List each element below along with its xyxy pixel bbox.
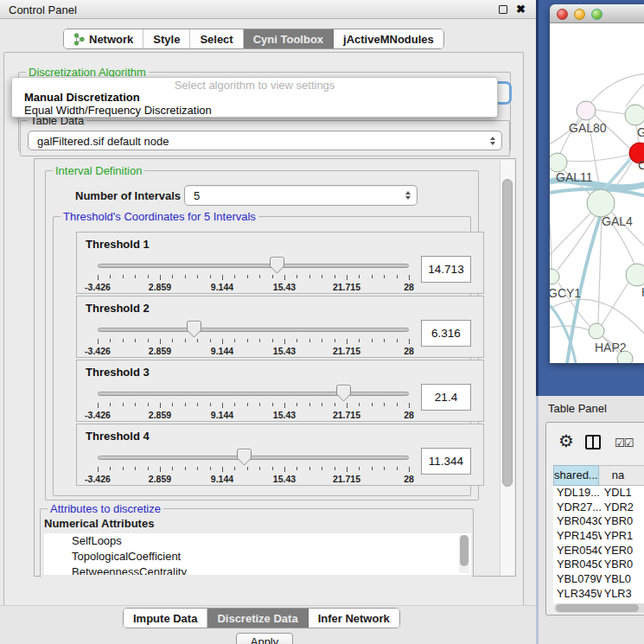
cell-shared-name[interactable]: YBR043C xyxy=(553,514,602,529)
attribute-item[interactable]: TopologicalCoefficient xyxy=(44,549,471,564)
network-edge[interactable] xyxy=(550,213,591,255)
slider-track[interactable] xyxy=(98,264,409,268)
network-edge[interactable] xyxy=(598,217,602,323)
attribute-item[interactable]: BetweennessCentrality xyxy=(44,564,471,575)
tab-label: jActiveMNodules xyxy=(343,33,434,46)
cell-shared-name[interactable]: YDR27... xyxy=(553,501,602,515)
table-row[interactable]: YBR043CYBR0 xyxy=(553,514,644,529)
network-edge[interactable] xyxy=(589,73,644,105)
network-node-h[interactable] xyxy=(626,264,644,286)
scrollbar-thumb[interactable] xyxy=(502,179,513,487)
threshold-row: Threshold 3-3.4262.8599.14415.4321.71528… xyxy=(76,360,484,422)
cell-name[interactable]: YER0 xyxy=(602,544,644,558)
network-edge[interactable] xyxy=(626,82,644,106)
scrollbar-thumb[interactable] xyxy=(556,604,639,612)
algorithm-option[interactable]: Manual Discretization xyxy=(24,91,140,104)
network-edge[interactable] xyxy=(558,216,596,270)
tick-label: -3.426 xyxy=(85,474,111,484)
cell-shared-name[interactable]: YLR345W xyxy=(553,587,602,602)
apply-button[interactable]: Apply xyxy=(236,633,293,644)
slider-handle[interactable] xyxy=(237,449,252,466)
threshold-value-field[interactable]: 11.344 xyxy=(421,448,471,475)
network-node-gal4[interactable] xyxy=(587,189,615,217)
close-icon[interactable]: ✖ xyxy=(516,3,526,16)
network-edge[interactable] xyxy=(602,281,629,325)
cell-name[interactable]: YDR2 xyxy=(602,501,644,515)
number-of-intervals-value: 5 xyxy=(194,189,200,202)
tab-infer-network[interactable]: Infer Network xyxy=(309,609,399,628)
cell-name[interactable]: YBR0 xyxy=(602,514,644,529)
network-edge[interactable] xyxy=(595,110,626,114)
table-header[interactable]: shared... na xyxy=(553,465,644,486)
numerical-attributes-list[interactable]: SelfLoopsTopologicalCoefficientBetweenne… xyxy=(44,533,471,575)
network-node-g[interactable] xyxy=(625,105,644,125)
float-window-icon[interactable] xyxy=(499,5,507,14)
window-zoom-button[interactable] xyxy=(591,9,603,20)
slider-handle[interactable] xyxy=(187,321,201,338)
node-label: GCY1 xyxy=(550,286,581,300)
split-columns-icon[interactable] xyxy=(585,435,601,450)
cell-name[interactable]: YBL0 xyxy=(602,572,644,587)
cell-name[interactable]: YBR0 xyxy=(602,558,644,572)
cell-shared-name[interactable]: YDL19... xyxy=(553,486,602,501)
table-row[interactable]: YLR345WYLR3 xyxy=(553,587,644,602)
tick-label: 9.144 xyxy=(211,282,233,292)
attribute-item[interactable]: SelfLoops xyxy=(44,533,471,549)
node-attribute-table[interactable]: shared... na YDL19...YDL1YDR27...YDR2YBR… xyxy=(553,465,644,603)
table-row[interactable]: YPR145WYPR1 xyxy=(553,529,644,544)
tab-discretize-data[interactable]: Discretize Data xyxy=(207,609,308,628)
table-row[interactable]: YBR045CYBR0 xyxy=(553,558,644,572)
threshold-value-field[interactable]: 21.4 xyxy=(421,384,471,411)
attributes-list-scrollbar[interactable] xyxy=(459,535,469,573)
cyni-toolbox-panel: Discretization Algorithm Select algorith… xyxy=(3,52,524,609)
tab-cyni-toolbox[interactable]: Cyni Toolbox xyxy=(244,29,334,48)
table-header-name[interactable]: na xyxy=(599,465,644,486)
slider-handle[interactable] xyxy=(336,385,351,402)
number-of-intervals-combobox[interactable]: 5 xyxy=(184,185,418,206)
cell-shared-name[interactable]: YBL079W xyxy=(553,572,602,587)
slider-track[interactable] xyxy=(98,328,409,332)
gear-icon[interactable]: ⚙ xyxy=(558,432,574,450)
tab-jactivemnodules[interactable]: jActiveMNodules xyxy=(334,29,443,48)
network-node-hap2[interactable] xyxy=(589,323,604,339)
slider-handle[interactable] xyxy=(270,257,284,274)
tick-label: 21.715 xyxy=(333,282,360,292)
table-row[interactable]: YER054CYER0 xyxy=(553,544,644,558)
table-horizontal-scrollbar[interactable] xyxy=(554,603,644,613)
table-row[interactable]: YBL079WYBL0 xyxy=(553,572,644,587)
cell-shared-name[interactable]: YER054C xyxy=(553,544,602,558)
tab-network[interactable]: Network xyxy=(64,29,143,48)
algorithm-option[interactable]: Equal Width/Frequency Discretization xyxy=(24,104,212,117)
table-data-combobox[interactable]: galFiltered.sif default node xyxy=(28,131,502,150)
table-row[interactable]: YDR27...YDR2 xyxy=(553,501,644,515)
tab-impute-data[interactable]: Impute Data xyxy=(124,609,207,628)
combobox-stepper-icon xyxy=(490,137,495,145)
network-node-gal11[interactable] xyxy=(550,153,567,172)
threshold-value-field[interactable]: 14.713 xyxy=(421,256,471,283)
tab-style[interactable]: Style xyxy=(143,29,190,48)
table-header-shared-name[interactable]: shared... xyxy=(553,465,599,486)
slider-track[interactable] xyxy=(98,392,409,396)
window-minimize-button[interactable] xyxy=(574,9,585,20)
slider-track[interactable] xyxy=(98,456,409,460)
network-node-gcy1[interactable] xyxy=(550,269,559,284)
table-row[interactable]: YDL19...YDL1 xyxy=(553,486,644,501)
network-node[interactable] xyxy=(617,351,633,363)
select-columns-icon[interactable]: ☑☑ xyxy=(615,437,633,450)
cell-name[interactable]: YPR1 xyxy=(602,529,644,544)
settings-vertical-scrollbar[interactable] xyxy=(500,160,514,576)
threshold-value-field[interactable]: 6.316 xyxy=(421,320,471,347)
network-edge[interactable] xyxy=(550,224,552,269)
window-close-button[interactable] xyxy=(557,9,568,20)
cell-name[interactable]: YDL1 xyxy=(602,486,644,501)
cell-name[interactable]: YLR3 xyxy=(602,587,644,602)
network-edge[interactable] xyxy=(566,155,629,162)
cell-shared-name[interactable]: YPR145W xyxy=(553,529,602,544)
tab-select[interactable]: Select xyxy=(190,29,243,48)
cell-shared-name[interactable]: YBR045C xyxy=(553,558,602,572)
network-node-gal80[interactable] xyxy=(577,101,596,120)
tick-label: 9.144 xyxy=(211,346,233,356)
tick-label: 21.715 xyxy=(333,346,360,356)
tab-label: Style xyxy=(153,33,180,46)
network-canvas[interactable]: GAL80GCGAL11GAL4GCY1HHAP2 xyxy=(550,23,644,363)
